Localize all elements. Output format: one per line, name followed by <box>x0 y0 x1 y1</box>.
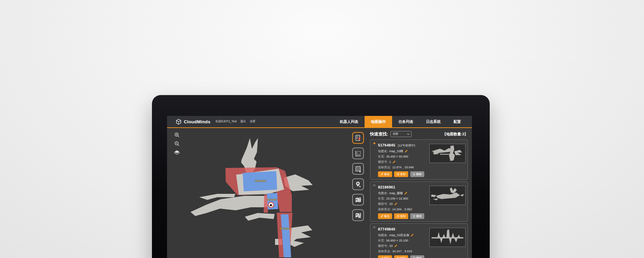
field-label: 地图名: <box>378 233 388 238</box>
map-id: 51764845 <box>378 143 395 147</box>
map-size-value: 23.200 × 22.900 <box>386 197 408 200</box>
copy-icon <box>397 215 399 217</box>
map-floor-value: 33 <box>389 244 393 248</box>
edit-pencil-icon[interactable] <box>392 161 395 164</box>
delete-map-button[interactable] <box>352 194 364 206</box>
panel-header: 快速查找: 全部 【地图数量:3】 <box>370 131 468 137</box>
edit-pencil-icon[interactable] <box>394 203 397 206</box>
upload-map-button[interactable] <box>352 209 364 221</box>
filter-value: 全部 <box>392 132 398 136</box>
copy-map-button[interactable]: 复制 <box>394 255 408 258</box>
add-virtual-wall-button[interactable] <box>352 163 364 175</box>
laptop-bezel: CloudMinds 欢迎BJDT2_Test 退出 全屏 机器人列表 地图操作… <box>152 95 490 258</box>
cloudminds-logo-icon <box>176 119 181 125</box>
nav-item-task-list[interactable]: 任务列表 <box>392 116 420 128</box>
copy-icon <box>397 173 399 175</box>
pencil-icon <box>381 173 383 175</box>
edit-map-button[interactable]: 修改 <box>378 171 392 177</box>
map-card: ★ 51764845 (12号使用中) 地图名:map_33楼 长宽:25.40… <box>370 139 468 180</box>
edit-map-button[interactable]: 修改 <box>378 213 392 219</box>
delete-map-card-button[interactable]: 删除 <box>410 255 424 258</box>
marker-list-button[interactable] <box>352 132 364 144</box>
map-card: ☆ 82186961 地图名:map_腿腿 长宽:23.200 × 22.900… <box>370 181 468 222</box>
brand-name: CloudMinds <box>184 119 210 124</box>
zoom-in-icon[interactable] <box>174 132 180 138</box>
navbar: CloudMinds 欢迎BJDT2_Test 退出 全屏 机器人列表 地图操作… <box>167 116 472 128</box>
map-canvas[interactable] <box>167 128 368 257</box>
field-label: 楼层号: <box>378 160 388 164</box>
trash-icon <box>413 257 415 258</box>
zoom-out-icon[interactable] <box>174 141 180 146</box>
quick-search-label: 快速查找: <box>370 131 388 137</box>
map-list-panel: 快速查找: 全部 【地图数量:3】 ★ <box>368 128 472 257</box>
field-label: 坐标原点: <box>378 207 391 212</box>
layers-icon[interactable] <box>174 149 180 155</box>
edit-pencil-icon[interactable] <box>394 245 397 248</box>
field-label: 长宽: <box>378 197 385 201</box>
map-name-value: map_腿腿 <box>389 191 403 196</box>
map-size-value: 25.400 × 50.000 <box>386 155 408 158</box>
map-floor-value: 1 <box>389 160 391 164</box>
measure-area-button[interactable] <box>352 147 364 159</box>
add-poi-button[interactable] <box>352 178 364 190</box>
field-label: 楼层号: <box>378 244 388 248</box>
map-origin-value: 12.874，33.946 <box>392 165 414 170</box>
app-screen: CloudMinds 欢迎BJDT2_Test 退出 全屏 机器人列表 地图操作… <box>167 116 472 258</box>
map-thumbnail[interactable] <box>429 144 466 163</box>
nav-menu: 机器人列表 地图操作 任务列表 日志系统 配置 <box>333 116 472 128</box>
map-toolbar <box>352 132 364 221</box>
nav-item-config[interactable]: 配置 <box>447 116 467 128</box>
webcam-dot <box>320 102 322 104</box>
robot-position-marker[interactable] <box>268 202 274 208</box>
trash-icon <box>413 173 415 176</box>
edit-pencil-icon[interactable] <box>404 192 407 195</box>
field-label: 坐标原点: <box>378 165 391 170</box>
nav-item-map-operations[interactable]: 地图操作 <box>365 116 392 128</box>
map-floor-value: 33 <box>389 202 393 206</box>
trash-icon <box>413 215 415 218</box>
map-id: 82186961 <box>378 185 395 189</box>
nav-item-log-system[interactable]: 日志系统 <box>420 116 447 128</box>
delete-map-card-button[interactable]: 删除 <box>410 213 424 219</box>
map-status: (12号使用中) <box>398 144 415 147</box>
field-label: 地图名: <box>378 191 388 196</box>
map-filter-dropdown[interactable]: 全部 <box>390 131 412 137</box>
map-thumbnail[interactable] <box>429 228 466 247</box>
favorite-star-icon[interactable]: ☆ <box>373 183 376 187</box>
map-name-value: map_33层走廊 <box>389 233 410 238</box>
fullscreen-link[interactable]: 全屏 <box>250 120 256 124</box>
area-label: 80.215m² <box>275 227 296 230</box>
map-id: 87749840 <box>378 227 395 231</box>
welcome-text: 欢迎BJDT2_Test <box>215 120 236 124</box>
field-label: 楼层号: <box>378 202 388 206</box>
area-label: 40.519m² <box>250 179 271 182</box>
map-count-text: 【地图数量:3】 <box>442 132 468 137</box>
map-thumbnail[interactable] <box>429 186 466 205</box>
copy-map-button[interactable]: 复制 <box>394 213 408 219</box>
desktop-background: CloudMinds 欢迎BJDT2_Test 退出 全屏 机器人列表 地图操作… <box>0 0 644 258</box>
edit-pencil-icon[interactable] <box>411 234 414 237</box>
content-area: 40.519m² 8.614m² 80.215m² <box>167 128 472 257</box>
delete-map-card-button[interactable]: 删除 <box>410 171 424 177</box>
map-origin-value: 14.204，5.952 <box>392 207 412 212</box>
logout-link[interactable]: 退出 <box>240 120 246 124</box>
copy-map-button[interactable]: 复制 <box>394 171 408 177</box>
pencil-icon <box>381 215 383 217</box>
map-name-value: map_33楼 <box>389 149 404 154</box>
field-label: 地图名: <box>378 149 388 154</box>
favorite-star-icon[interactable]: ★ <box>373 141 376 145</box>
map-controls <box>174 132 180 155</box>
chevron-down-icon <box>407 133 410 135</box>
map-origin-value: 34.247，8.533 <box>392 249 412 254</box>
area-label: 8.614m² <box>262 198 283 201</box>
field-label: 长宽: <box>378 239 385 243</box>
edit-pencil-icon[interactable] <box>405 150 408 153</box>
brand: CloudMinds <box>176 119 210 125</box>
field-label: 坐标原点: <box>378 249 391 254</box>
map-card: ☆ 87749840 地图名:map_33层走廊 长宽:56.600 × 25.… <box>370 223 468 258</box>
field-label: 长宽: <box>378 155 385 159</box>
favorite-star-icon[interactable]: ☆ <box>373 225 376 229</box>
edit-map-button[interactable]: 修改 <box>378 255 392 258</box>
nav-item-robot-list[interactable]: 机器人列表 <box>333 116 365 128</box>
map-size-value: 56.600 × 25.100 <box>386 239 408 242</box>
